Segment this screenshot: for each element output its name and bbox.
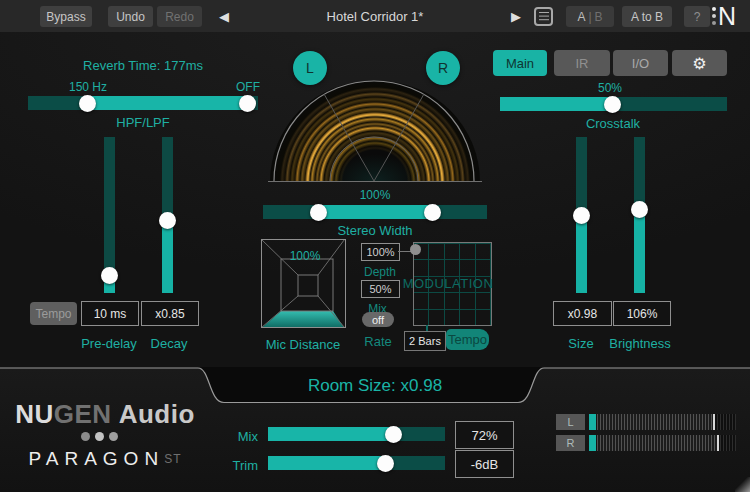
reverb-time-readout: Reverb Time: 177ms [28,58,258,72]
mod-rate-label: Rate [350,334,406,348]
brand-nu: NU [15,399,54,430]
crosstalk-value-label: 50% [580,81,640,94]
size-fill [576,215,587,293]
trim-handle[interactable] [377,455,394,472]
product-paragon: PARAGON [29,448,165,470]
predelay-value-box[interactable]: 10 ms [81,301,139,326]
decay-fill [162,220,173,293]
meter-left-tag: L [556,414,585,430]
tab-main[interactable]: Main [493,50,547,76]
modulation-title: MODULATION [403,276,493,290]
dome-value-label: 100% [345,188,405,201]
predelay-slider[interactable] [104,137,115,293]
brightness-fill [634,209,645,293]
mod-mix-value-box[interactable]: 50% [361,280,400,298]
trim-value-box[interactable]: -6dB [455,450,514,478]
mix-handle[interactable] [385,426,402,443]
mix-label: Mix [208,429,258,444]
brand-logo: NUGENAudio [5,399,205,429]
hpf-lpf-slider[interactable] [28,96,258,110]
bypass-button[interactable]: Bypass [40,6,92,27]
lpf-handle[interactable] [239,95,256,112]
mod-tempo-sync-button[interactable]: Tempo [446,329,489,350]
stereo-width-right-handle[interactable] [424,204,441,221]
ab-a-label: A [577,10,585,24]
crosstalk-label: Crosstalk [513,116,713,130]
trim-label: Trim [208,458,258,473]
stereo-width-left-handle[interactable] [310,204,327,221]
trim-fill [268,456,385,470]
stereo-width-slider[interactable] [263,205,487,219]
preset-menu-icon[interactable] [534,7,553,26]
resize-grip[interactable] [735,477,750,492]
nugen-logo-dots [712,6,716,26]
predelay-tempo-sync-button[interactable]: Tempo [30,302,77,325]
main-panel: Reverb Time: 177ms 150 Hz OFF HPF/LPF Te… [0,32,750,368]
meter-left-bar [597,414,736,430]
decay-handle[interactable] [159,212,176,229]
brightness-handle[interactable] [631,201,648,218]
mod-bars-value-box[interactable]: 2 Bars [404,331,446,351]
next-preset-icon[interactable]: ▶ [506,8,526,24]
brightness-label: Brightness [595,336,685,350]
top-toolbar: Bypass Undo Redo ◀ Hotel Corridor 1* ▶ A… [0,0,750,32]
decay-label: Decay [129,336,209,350]
product-suffix-st: ST [164,452,181,466]
hpf-lpf-fill [88,96,252,110]
nugen-logo-n: N [718,3,736,29]
footer-panel: Room Size: x0.98 NUGENAudio PARAGONST Mi… [0,368,750,492]
brand-gen: GEN [54,399,112,430]
prev-preset-icon[interactable]: ◀ [214,8,234,24]
decay-slider[interactable] [162,137,173,293]
mic-distance-value: 100% [275,249,335,262]
menu-lines [539,12,549,14]
predelay-handle[interactable] [101,267,118,284]
reverb-visualizer-overlay [268,80,482,184]
hpf-value-label: 150 Hz [48,80,128,93]
size-handle[interactable] [573,207,590,224]
room-size-readout: Room Size: x0.98 [225,375,525,397]
preset-title: Hotel Corridor 1* [275,8,475,24]
mic-distance-label: Mic Distance [253,337,353,351]
ab-separator: | [588,10,591,24]
decay-value-box[interactable]: x0.85 [141,301,199,326]
redo-button[interactable]: Redo [157,6,202,27]
hpf-handle[interactable] [79,95,96,112]
meter-right-tag: R [556,435,585,451]
trim-slider[interactable] [268,456,445,470]
ab-b-label: B [595,10,603,24]
tab-ir[interactable]: IR [554,50,610,76]
undo-button[interactable]: Undo [108,6,153,27]
paragon-plugin-window: Bypass Undo Redo ◀ Hotel Corridor 1* ▶ A… [0,0,750,492]
size-value-box[interactable]: x0.98 [553,301,612,326]
meter-right-bar [597,435,736,451]
product-name: PARAGONST [5,449,205,469]
brightness-value-box[interactable]: 106% [613,301,671,326]
a-to-b-button[interactable]: A to B [622,6,672,27]
stereo-width-label: Stereo Width [275,223,475,237]
hpf-lpf-label: HPF/LPF [28,115,258,129]
mix-slider[interactable] [268,427,445,441]
brightness-slider[interactable] [634,137,645,293]
modulation-position-dot[interactable] [410,244,421,255]
brand-audio: Audio [119,399,195,430]
crosstalk-handle[interactable] [604,96,621,113]
settings-gear-icon[interactable]: ⚙ [672,50,727,76]
size-slider[interactable] [576,137,587,293]
help-button[interactable]: ? [684,6,710,27]
brand-dots [81,432,118,441]
mix-fill [268,427,393,441]
tab-io[interactable]: I/O [613,50,668,76]
crosstalk-slider[interactable] [500,97,727,111]
crosstalk-fill [500,97,612,111]
mod-depth-label: Depth [350,265,410,278]
stereo-width-fill [318,205,432,219]
mix-value-box[interactable]: 72% [455,421,514,449]
ab-compare-button[interactable]: A | B [566,6,614,27]
nugen-logo: N [712,3,736,29]
mod-rate-value-button[interactable]: off [362,312,394,327]
mod-depth-value-box[interactable]: 100% [361,243,400,261]
